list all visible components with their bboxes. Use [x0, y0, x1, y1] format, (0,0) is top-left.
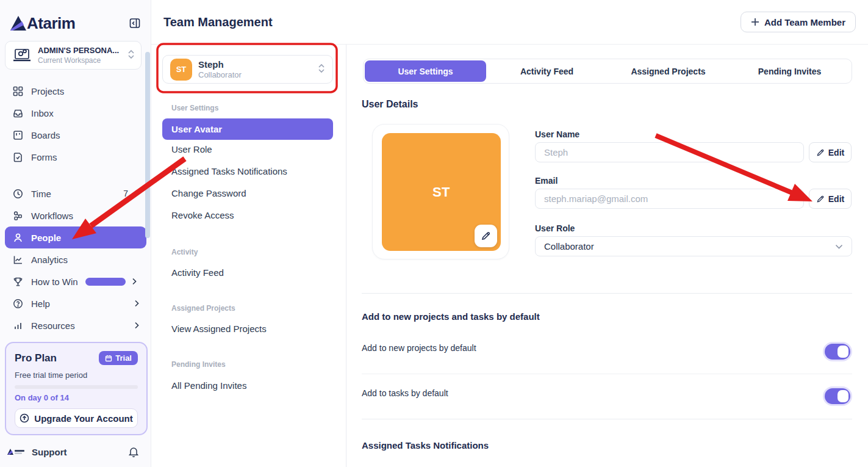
page-header: Team Management Add Team Member: [151, 0, 868, 45]
atarim-logo-text: Atarim: [27, 15, 75, 31]
trial-progress-bar: [15, 385, 138, 389]
forms-icon: [12, 151, 23, 162]
resources-icon: [12, 320, 23, 331]
arrow-up-circle-icon: [20, 413, 29, 423]
add-team-member-button[interactable]: Add Team Member: [741, 12, 856, 32]
chevron-right-icon: [132, 278, 137, 285]
sidebar-item-how-to-win[interactable]: How to Win: [5, 270, 146, 292]
sidebar-item-label: Workflows: [31, 211, 73, 221]
unfold-more-icon: [318, 63, 325, 76]
email-input[interactable]: [535, 189, 804, 209]
row-divider: [362, 374, 852, 374]
workspace-selector[interactable]: ADMIN'S PERSONA... Current Workspace: [5, 41, 142, 70]
upgrade-account-button[interactable]: Upgrade Your Account: [15, 408, 138, 428]
panel-item-user-avatar[interactable]: User Avatar: [162, 118, 333, 140]
how-to-win-progress: [85, 278, 126, 286]
trial-badge: Trial: [99, 351, 138, 365]
sidebar-item-people[interactable]: People: [5, 226, 146, 248]
workspace-name: ADMIN'S PERSONA...: [38, 46, 119, 55]
atarim-logo: Atarim: [10, 15, 75, 31]
panel-item-view-assigned-projects[interactable]: View Assigned Projects: [171, 324, 267, 334]
sidebar-item-label: Resources: [31, 320, 75, 331]
workspace-subtitle: Current Workspace: [38, 56, 119, 65]
plan-title: Pro Plan: [15, 352, 57, 364]
app-root: Atarim ADMIN'S PERSONA... Current Worksp…: [0, 0, 868, 467]
upgrade-account-label: Upgrade Your Account: [34, 413, 132, 424]
sidebar-item-label: Inbox: [31, 108, 54, 118]
assigned-tasks-notifications-heading: Assigned Tasks Notifications: [362, 440, 489, 451]
user-role-value: Collaborator: [544, 241, 594, 252]
section-label-user-settings: User Settings: [171, 104, 218, 112]
toggle-tasks[interactable]: [825, 388, 850, 404]
workflows-icon: [12, 210, 23, 221]
sidebar-item-analytics[interactable]: Analytics: [5, 248, 146, 270]
sidebar-item-label: Boards: [31, 130, 60, 140]
tab-activity-feed[interactable]: Activity Feed: [486, 60, 608, 82]
sidebar-item-label: How to Win: [31, 277, 78, 287]
boards-icon: [12, 129, 23, 140]
sidebar-item-projects[interactable]: Projects: [5, 80, 146, 102]
support-logo: [7, 447, 26, 457]
notification-bell-icon[interactable]: [128, 446, 139, 458]
plan-description: Free trial time period: [15, 371, 138, 380]
tab-pending-invites[interactable]: Pending Invites: [729, 60, 850, 82]
sidebar-item-inbox[interactable]: Inbox: [5, 102, 146, 124]
section-label-assigned-projects: Assigned Projects: [171, 304, 235, 313]
page-title: Team Management: [163, 15, 273, 29]
user-name-edit-button[interactable]: Edit: [809, 142, 852, 162]
avatar-card: ST: [372, 124, 509, 259]
chevron-right-icon: [134, 190, 139, 197]
pencil-icon: [816, 195, 825, 203]
unfold-more-icon: [127, 49, 135, 62]
panel-item-user-role[interactable]: User Role: [171, 144, 212, 154]
plan-card: Pro Plan Trial Free trial time period On…: [5, 342, 148, 435]
pencil-icon: [481, 231, 491, 241]
sidebar-item-label: Forms: [31, 152, 57, 162]
toggle-new-projects[interactable]: [825, 344, 850, 360]
toggle-label-new-projects: Add to new projects by default: [362, 343, 476, 353]
help-icon: [12, 298, 23, 309]
chevron-right-icon: [134, 300, 139, 307]
member-selector[interactable]: ST Steph Collaborator: [162, 55, 333, 84]
user-name-label: User Name: [535, 129, 579, 139]
support-row[interactable]: Support: [7, 443, 144, 460]
projects-grid-icon: [12, 85, 23, 96]
panel-item-revoke-access[interactable]: Revoke Access: [171, 210, 234, 220]
chevron-right-icon: [134, 322, 139, 329]
sidebar-item-label: Time: [31, 189, 51, 199]
sidebar-collapse-icon[interactable]: [128, 16, 142, 30]
trial-progress-text: On day 0 of 14: [15, 393, 138, 402]
sidebar-nav: Projects Inbox Boards: [0, 80, 151, 336]
sidebar-item-forms[interactable]: Forms: [5, 146, 146, 168]
tab-assigned-projects[interactable]: Assigned Projects: [608, 60, 729, 82]
main-content: User Settings Activity Feed Assigned Pro…: [346, 45, 868, 467]
sidebar-item-label: Analytics: [31, 255, 68, 265]
panel-item-all-pending-invites[interactable]: All Pending Invites: [171, 380, 246, 391]
email-edit-button[interactable]: Edit: [809, 189, 852, 209]
sidebar-scrollbar-thumb[interactable]: [145, 52, 150, 238]
sidebar: Atarim ADMIN'S PERSONA... Current Worksp…: [0, 0, 151, 467]
section-divider: [362, 419, 852, 419]
atarim-logo-mark: [10, 15, 27, 31]
edit-button-label: Edit: [828, 148, 844, 157]
sidebar-item-help[interactable]: Help: [5, 292, 146, 314]
sidebar-item-time[interactable]: Time 7: [5, 183, 146, 205]
avatar-edit-button[interactable]: [475, 225, 497, 247]
sidebar-item-boards[interactable]: Boards: [5, 124, 146, 146]
user-name-input[interactable]: [535, 142, 804, 162]
tab-user-settings[interactable]: User Settings: [365, 60, 486, 82]
member-avatar: ST: [170, 59, 192, 81]
sidebar-item-workflows[interactable]: Workflows: [5, 205, 146, 226]
panel-item-change-password[interactable]: Change Password: [171, 188, 246, 198]
panel-item-activity-feed[interactable]: Activity Feed: [171, 267, 224, 278]
member-role: Collaborator: [198, 70, 242, 79]
workspace-icon: [12, 46, 32, 65]
section-divider: [362, 293, 852, 294]
defaults-heading: Add to new projects and tasks by default: [362, 311, 540, 322]
person-icon: [12, 232, 23, 243]
sidebar-item-resources[interactable]: Resources: [5, 314, 146, 336]
user-role-select[interactable]: Collaborator: [535, 236, 852, 256]
panel-item-assigned-tasks-notifications[interactable]: Assigned Tasks Notifications: [171, 166, 287, 176]
plus-icon: [751, 18, 759, 26]
user-role-label: User Role: [535, 223, 575, 233]
